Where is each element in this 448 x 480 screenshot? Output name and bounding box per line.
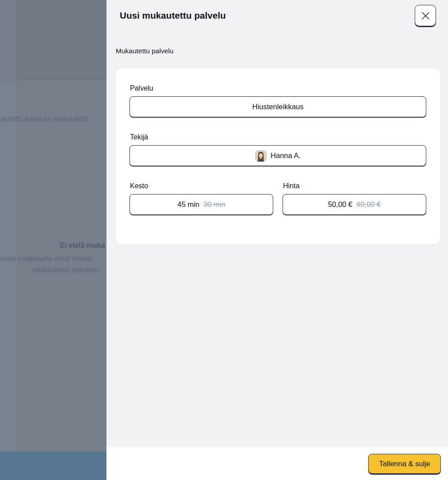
modal-title: Uusi mukautettu palvelu <box>120 10 226 21</box>
close-button[interactable] <box>415 5 436 26</box>
price-value: 50,00 € <box>328 200 352 209</box>
service-label: Palvelu <box>130 84 426 92</box>
background-empty-state-title: Ei vielä muka <box>60 242 105 250</box>
duration-value: 45 min <box>177 200 200 209</box>
woman-avatar-icon <box>255 150 267 162</box>
service-value: Hiustenleikkaus <box>252 103 304 111</box>
duration-original-value: 30 min <box>204 200 226 209</box>
provider-field: Tekijä Hanna A. <box>130 133 426 166</box>
background-empty-state-text-1: isätä asiakkaalle omat hinnat <box>0 255 91 263</box>
price-input[interactable]: 50,00 € 60,00 € <box>283 194 426 215</box>
service-select[interactable]: Hiustenleikkaus <box>130 96 426 117</box>
background-sidebar-edge <box>0 0 16 480</box>
price-label: Hinta <box>283 182 426 190</box>
background-page-header <box>0 0 106 80</box>
provider-select[interactable]: Hanna A. <box>130 145 426 166</box>
modal-overlay-backdrop[interactable]: kautettu kesto tai mukautettu Ei vielä m… <box>0 0 106 480</box>
duration-label: Kesto <box>130 182 273 190</box>
new-custom-service-modal: Uusi mukautettu palvelu Mukautettu palve… <box>106 0 448 480</box>
background-accent-band <box>0 452 106 480</box>
background-empty-state-text-2: mukautetun palvelun <box>33 266 98 274</box>
price-original-value: 60,00 € <box>357 200 381 209</box>
provider-label: Tekijä <box>130 133 426 141</box>
background-text-line: kautettu kesto tai mukautettu <box>0 115 89 123</box>
close-icon <box>421 12 430 20</box>
modal-footer: Tallenna & sulje <box>106 447 448 480</box>
price-field: Hinta 50,00 € 60,00 € <box>283 182 426 215</box>
duration-input[interactable]: 45 min 30 min <box>130 194 273 215</box>
duration-field: Kesto 45 min 30 min <box>130 182 273 215</box>
provider-value: Hanna A. <box>271 151 301 160</box>
duration-price-row: Kesto 45 min 30 min Hinta 50,00 € 60,00 … <box>130 182 426 215</box>
save-and-close-button[interactable]: Tallenna & sulje <box>368 454 441 474</box>
section-label: Mukautettu palvelu <box>116 47 173 55</box>
custom-service-card: Palvelu Hiustenleikkaus Tekijä Hanna A. <box>116 68 440 244</box>
service-field: Palvelu Hiustenleikkaus <box>130 84 426 117</box>
